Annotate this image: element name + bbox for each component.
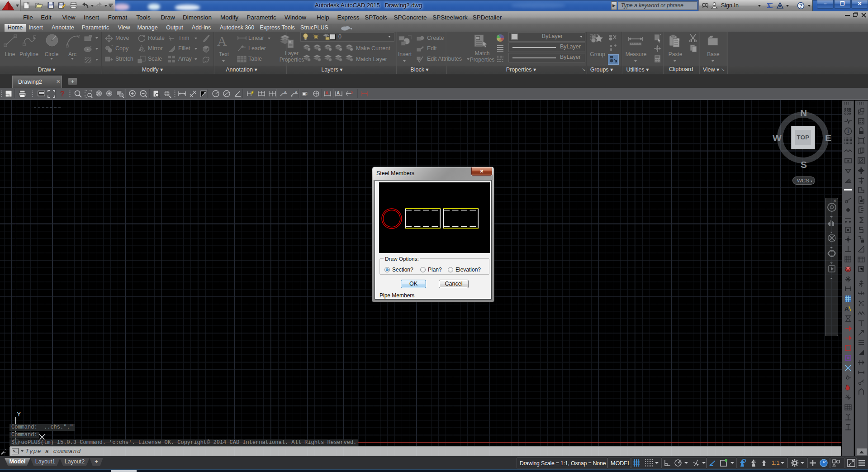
svg-text:?: ?	[799, 3, 802, 9]
svg-text:A: A	[844, 305, 849, 312]
svg-text:1: 1	[306, 93, 308, 96]
svg-text:A: A	[284, 90, 287, 94]
svg-text:?: ?	[60, 90, 65, 98]
svg-text:1: 1	[847, 129, 849, 134]
svg-text:A: A	[295, 90, 298, 94]
svg-text:A: A	[217, 33, 227, 48]
svg-text:A: A	[325, 91, 328, 95]
svg-text:A: A	[337, 91, 340, 95]
